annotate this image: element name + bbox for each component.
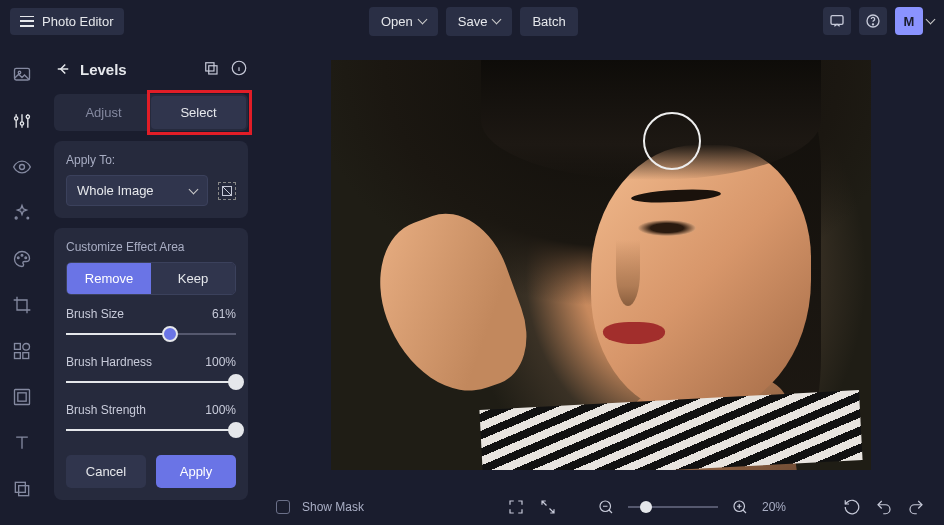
brush-size-slider[interactable]	[66, 325, 236, 343]
brush-size-label: Brush Size	[66, 307, 124, 321]
back-button[interactable]	[52, 58, 74, 80]
mask-icon	[221, 185, 233, 197]
save-button[interactable]: Save	[446, 7, 513, 36]
hamburger-icon	[20, 16, 34, 27]
tool-crop[interactable]	[11, 294, 33, 316]
tool-adjust[interactable]	[11, 110, 33, 132]
chevron-down-icon	[189, 184, 199, 194]
brush-hardness-label: Brush Hardness	[66, 355, 152, 369]
svg-point-8	[20, 165, 25, 170]
tool-sidebar	[0, 42, 44, 525]
brush-strength-label: Brush Strength	[66, 403, 146, 417]
arrow-left-icon	[54, 60, 72, 78]
svg-point-6	[20, 122, 23, 125]
svg-rect-14	[15, 344, 21, 350]
panel-header: Levels	[48, 58, 254, 90]
redo-button[interactable]	[906, 497, 926, 517]
customize-section: Customize Effect Area Remove Keep Brush …	[54, 228, 248, 500]
zoom-in-button[interactable]	[730, 497, 750, 517]
feedback-button[interactable]	[823, 7, 851, 35]
chevron-down-icon	[417, 15, 427, 25]
avatar-letter: M	[904, 14, 915, 29]
frame-icon	[12, 387, 32, 407]
open-button[interactable]: Open	[369, 7, 438, 36]
chevron-down-icon	[492, 15, 502, 25]
tool-effects[interactable]	[11, 202, 33, 224]
svg-point-2	[872, 24, 873, 25]
chevron-down-icon	[926, 15, 936, 25]
tool-layers[interactable]	[11, 478, 33, 500]
help-button[interactable]	[859, 7, 887, 35]
image-icon	[12, 65, 32, 85]
app-menu-button[interactable]: Photo Editor	[10, 8, 124, 35]
canvas[interactable]	[258, 42, 944, 488]
svg-rect-17	[23, 353, 29, 359]
text-icon	[12, 433, 32, 453]
fit-screen-button[interactable]	[506, 497, 526, 517]
svg-rect-18	[15, 390, 30, 405]
sparkle-icon	[12, 203, 32, 223]
apply-to-select[interactable]: Whole Image	[66, 175, 208, 206]
svg-point-13	[25, 257, 27, 259]
help-icon	[865, 13, 881, 29]
zoom-in-icon	[731, 498, 749, 516]
panel-title: Levels	[80, 61, 127, 78]
svg-rect-0	[831, 16, 843, 25]
batch-button[interactable]: Batch	[520, 7, 577, 36]
svg-rect-20	[15, 482, 25, 492]
brush-hardness-slider[interactable]	[66, 373, 236, 391]
actual-size-icon	[539, 498, 557, 516]
tab-adjust[interactable]: Adjust	[56, 96, 151, 129]
tool-frame[interactable]	[11, 386, 33, 408]
zoom-out-button[interactable]	[596, 497, 616, 517]
zoom-out-icon	[597, 498, 615, 516]
zoom-value: 20%	[762, 500, 798, 514]
svg-rect-22	[206, 62, 214, 70]
redo-icon	[907, 498, 925, 516]
tool-eye[interactable]	[11, 156, 33, 178]
top-bar: Photo Editor Open Save Batch M	[0, 0, 944, 42]
keep-button[interactable]: Keep	[151, 263, 235, 294]
svg-point-10	[15, 217, 17, 219]
avatar: M	[895, 7, 923, 35]
feedback-icon	[829, 13, 845, 29]
batch-label: Batch	[532, 14, 565, 29]
account-menu[interactable]: M	[895, 7, 934, 35]
apply-to-value: Whole Image	[77, 183, 154, 198]
svg-point-9	[27, 217, 29, 219]
invert-mask-button[interactable]	[218, 182, 236, 200]
side-panel: Levels Adjust Select Apply To: Whole Ima…	[44, 42, 258, 525]
svg-point-15	[23, 344, 30, 351]
svg-rect-16	[15, 353, 21, 359]
tab-select[interactable]: Select	[151, 96, 246, 129]
show-mask-checkbox[interactable]	[276, 500, 290, 514]
eye-icon	[12, 157, 32, 177]
apply-button[interactable]: Apply	[156, 455, 236, 488]
brush-strength-slider[interactable]	[66, 421, 236, 439]
shapes-icon	[12, 341, 32, 361]
tool-elements[interactable]	[11, 340, 33, 362]
main-area: Levels Adjust Select Apply To: Whole Ima…	[0, 42, 944, 525]
zoom-slider[interactable]	[628, 506, 718, 508]
svg-rect-23	[209, 65, 217, 73]
actual-size-button[interactable]	[538, 497, 558, 517]
panel-tabs: Adjust Select	[54, 94, 248, 131]
open-label: Open	[381, 14, 413, 29]
info-button[interactable]	[230, 59, 248, 80]
svg-point-12	[21, 254, 23, 256]
compare-button[interactable]	[202, 59, 220, 80]
layers-icon	[12, 479, 32, 499]
reset-button[interactable]	[842, 497, 862, 517]
tool-text[interactable]	[11, 432, 33, 454]
tool-image[interactable]	[11, 64, 33, 86]
brush-size-value: 61%	[212, 307, 236, 321]
customize-label: Customize Effect Area	[66, 240, 236, 254]
tool-brush[interactable]	[11, 248, 33, 270]
photo[interactable]	[331, 60, 871, 470]
remove-button[interactable]: Remove	[67, 263, 151, 294]
save-label: Save	[458, 14, 488, 29]
palette-icon	[12, 249, 32, 269]
cancel-button[interactable]: Cancel	[66, 455, 146, 488]
undo-button[interactable]	[874, 497, 894, 517]
apply-to-section: Apply To: Whole Image	[54, 141, 248, 218]
